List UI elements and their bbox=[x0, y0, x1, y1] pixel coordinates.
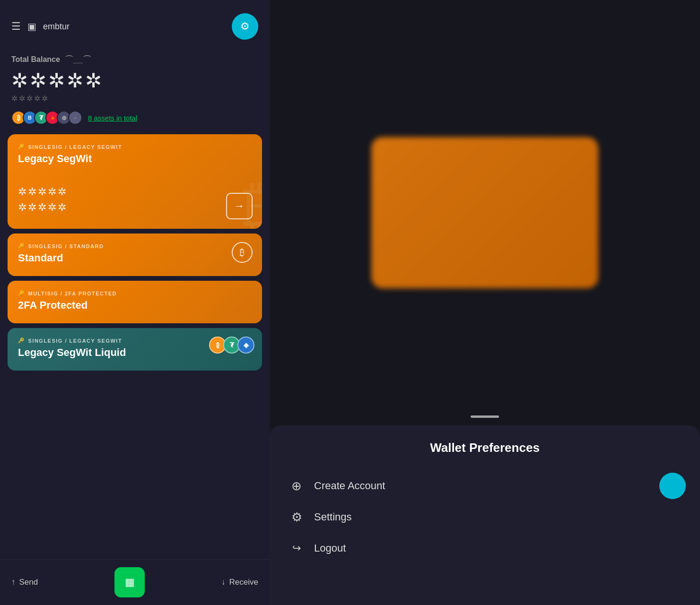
hide-balance-icon[interactable]: ⌒__⌒ bbox=[65, 54, 91, 65]
card-name-standard: Standard bbox=[18, 252, 252, 264]
receive-label: Receive bbox=[229, 578, 258, 587]
active-indicator-dot bbox=[659, 473, 686, 499]
send-icon: ↑ bbox=[11, 578, 16, 587]
card-balance-legacy-segwit: ✲✲✲✲✲ ✲✲✲✲✲ bbox=[18, 184, 252, 215]
wallet-prefs-title: Wallet Preferences bbox=[289, 441, 681, 455]
receive-icon: ↓ bbox=[221, 578, 226, 587]
gear-icon: ⚙ bbox=[240, 20, 250, 33]
pref-item-logout[interactable]: ↪ Logout bbox=[289, 533, 681, 564]
send-label: Send bbox=[19, 578, 38, 587]
key-icon-standard: 🔑 bbox=[18, 243, 26, 249]
coins-row: ₿ B ₮ 🍁 ⊕ ○ 8 assets in total bbox=[11, 111, 258, 125]
left-panel: ☰ ▣ embtur ⚙ Total Balance ⌒__⌒ ✲✲✲✲✲ ✲✲… bbox=[0, 0, 270, 605]
logout-icon: ↪ bbox=[289, 540, 305, 556]
card-type-label-2fa: 🔑 MULTISIG / 2FA PROTECTED bbox=[18, 290, 252, 296]
create-account-label: Create Account bbox=[314, 480, 385, 492]
account-card-liquid[interactable]: 🔑 SINGLESIG / LEGACY SEGWIT Legacy SegWi… bbox=[8, 328, 262, 371]
scroll-indicator bbox=[471, 415, 499, 418]
qr-icon: ▦ bbox=[125, 576, 135, 588]
liquid-coin-blue: ◈ bbox=[237, 337, 254, 354]
balance-label-text: Total Balance bbox=[11, 55, 60, 64]
key-icon: 🔑 bbox=[18, 144, 26, 150]
header: ☰ ▣ embtur ⚙ bbox=[0, 0, 270, 49]
blurred-orange-card bbox=[371, 137, 598, 288]
card-btc-icon: ₿ bbox=[232, 242, 253, 263]
pref-item-settings[interactable]: ⚙ Settings bbox=[289, 501, 681, 533]
card-coin-group: ₿ ₮ ◈ bbox=[209, 337, 254, 354]
send-button[interactable]: ↑ Send bbox=[11, 578, 38, 587]
settings-label: Settings bbox=[314, 511, 352, 523]
key-icon-2fa: 🔑 bbox=[18, 290, 26, 296]
blurred-top-area bbox=[270, 0, 700, 425]
account-card-legacy-segwit[interactable]: 🔑 SINGLESIG / LEGACY SEGWIT Legacy SegWi… bbox=[8, 134, 262, 229]
assets-link[interactable]: 8 assets in total bbox=[88, 114, 137, 122]
pref-item-create-account[interactable]: ⊕ Create Account bbox=[289, 470, 681, 501]
bottom-bar: ↑ Send ▦ ↓ Receive bbox=[0, 559, 270, 605]
account-card-2fa[interactable]: 🔑 MULTISIG / 2FA PROTECTED 2FA Protected bbox=[8, 281, 262, 323]
right-panel: Wallet Preferences ⊕ Create Account ⚙ Se… bbox=[270, 0, 700, 605]
coin-last: ○ bbox=[68, 111, 82, 125]
logout-label: Logout bbox=[314, 542, 346, 554]
card-name-legacy-segwit: Legacy SegWit bbox=[18, 153, 252, 165]
balance-section: Total Balance ⌒__⌒ ✲✲✲✲✲ ✲✲✲✲✲ ₿ B ₮ 🍁 ⊕… bbox=[0, 49, 270, 134]
blurred-content bbox=[270, 0, 700, 425]
wallet-name: embtur bbox=[43, 22, 70, 32]
settings-icon: ⚙ bbox=[289, 509, 305, 525]
wallet-preferences-panel: Wallet Preferences ⊕ Create Account ⚙ Se… bbox=[270, 425, 700, 605]
balance-main-value: ✲✲✲✲✲ bbox=[11, 69, 258, 92]
card-type-label-standard: 🔑 SINGLESIG / STANDARD bbox=[18, 243, 252, 249]
wallet-icon: ▣ bbox=[27, 21, 36, 32]
qr-button[interactable]: ▦ bbox=[114, 567, 145, 597]
avatar-button[interactable]: ⚙ bbox=[232, 13, 258, 40]
receive-button[interactable]: ↓ Receive bbox=[221, 578, 258, 587]
card-name-2fa: 2FA Protected bbox=[18, 299, 252, 311]
card-type-label: 🔑 SINGLESIG / LEGACY SEGWIT bbox=[18, 144, 252, 150]
hamburger-icon[interactable]: ☰ bbox=[11, 20, 21, 33]
header-left: ☰ ▣ embtur bbox=[11, 20, 70, 33]
balance-sub-value: ✲✲✲✲✲ bbox=[11, 94, 258, 103]
balance-label: Total Balance ⌒__⌒ bbox=[11, 54, 258, 65]
card-arrow-button[interactable]: → bbox=[226, 193, 253, 219]
coin-icons: ₿ B ₮ 🍁 ⊕ ○ bbox=[11, 111, 79, 125]
create-account-icon: ⊕ bbox=[289, 478, 305, 494]
accounts-list: 🔑 SINGLESIG / LEGACY SEGWIT Legacy SegWi… bbox=[0, 134, 270, 559]
key-icon-liquid: 🔑 bbox=[18, 337, 26, 344]
account-card-standard[interactable]: 🔑 SINGLESIG / STANDARD Standard ₿ bbox=[8, 233, 262, 276]
